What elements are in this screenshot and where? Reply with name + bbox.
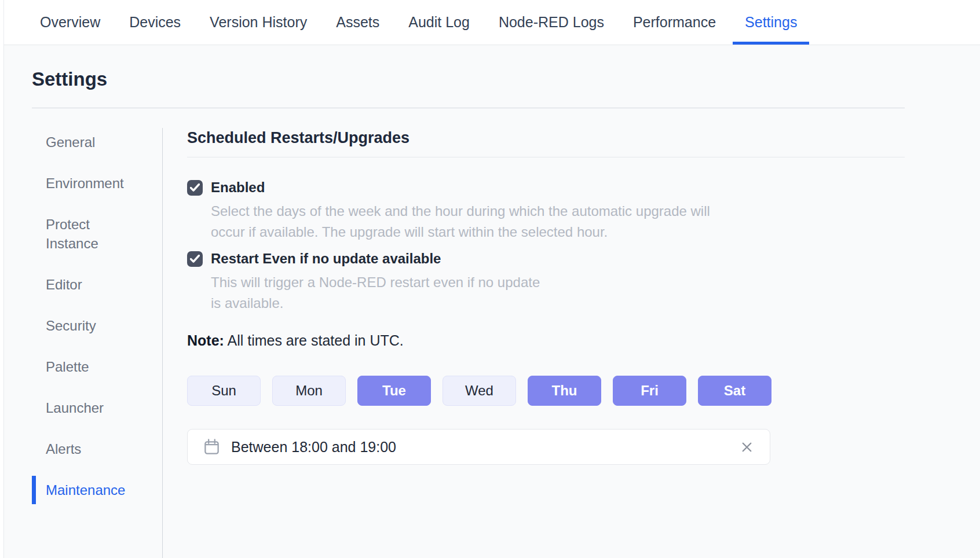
instance-tab-bar: Overview Devices Version History Assets … [0, 0, 980, 45]
restart-checkbox-label[interactable]: Restart Even if no update available [211, 251, 441, 267]
sidebar-item-label: Palette [46, 357, 89, 376]
sidebar-item-label: Environment [46, 174, 124, 193]
restart-description: This will trigger a Node-RED restart eve… [211, 272, 905, 314]
time-window-select[interactable]: Between 18:00 and 19:00 [187, 429, 770, 465]
sidebar-item-label: Protect Instance [46, 215, 133, 253]
section-title: Scheduled Restarts/Upgrades [187, 129, 905, 147]
sidebar-item-security[interactable]: Security [32, 311, 139, 340]
day-selector: Sun Mon Tue Wed Thu Fri Sat [187, 376, 905, 406]
tab-version-history[interactable]: Version History [198, 0, 319, 45]
enabled-description-line: Select the days of the week and the hour… [211, 201, 905, 222]
enabled-description-line: occur if available. The upgrade will sta… [211, 222, 905, 243]
restart-description-line: This will trigger a Node-RED restart eve… [211, 272, 905, 293]
settings-page: Settings General Environment Protect Ins… [0, 68, 980, 558]
utc-note-text: All times are stated in UTC. [227, 332, 403, 348]
day-button-thu[interactable]: Thu [528, 376, 601, 406]
tab-overview[interactable]: Overview [28, 0, 112, 45]
day-button-sun[interactable]: Sun [187, 376, 261, 406]
settings-sidebar-list: General Environment Protect Instance Edi… [32, 128, 162, 504]
sidebar-item-label: General [46, 133, 95, 152]
day-button-wed[interactable]: Wed [443, 376, 516, 406]
tab-performance[interactable]: Performance [621, 0, 728, 45]
utc-note: Note: All times are stated in UTC. [187, 332, 905, 349]
sidebar-item-environment[interactable]: Environment [32, 169, 139, 197]
left-edge-strip [0, 0, 4, 558]
sidebar-item-maintenance[interactable]: Maintenance [32, 476, 139, 504]
sidebar-item-editor[interactable]: Editor [32, 270, 139, 299]
sidebar-item-general[interactable]: General [32, 128, 139, 156]
time-window-value: Between 18:00 and 19:00 [231, 439, 396, 456]
sidebar-item-label: Alerts [46, 439, 81, 458]
page-title-divider [32, 108, 905, 108]
sidebar-item-launcher[interactable]: Launcher [32, 394, 139, 422]
close-icon [739, 439, 755, 455]
sidebar-item-label: Security [46, 316, 96, 335]
checkmark-icon [190, 183, 200, 192]
day-button-mon[interactable]: Mon [272, 376, 346, 406]
enabled-checkbox-label[interactable]: Enabled [211, 179, 265, 196]
sidebar-item-label: Launcher [46, 398, 104, 417]
clear-time-button[interactable] [739, 439, 755, 455]
section-title-divider [187, 157, 905, 157]
tab-node-red-logs[interactable]: Node-RED Logs [487, 0, 616, 45]
sidebar-item-label: Editor [46, 275, 82, 294]
tab-assets[interactable]: Assets [324, 0, 392, 45]
sidebar-item-protect-instance[interactable]: Protect Instance [32, 210, 139, 258]
checkmark-icon [190, 255, 200, 263]
utc-note-label: Note: [187, 332, 224, 348]
day-button-fri[interactable]: Fri [613, 376, 686, 406]
restart-description-line: is available. [211, 293, 905, 314]
sidebar-item-palette[interactable]: Palette [32, 353, 139, 381]
day-button-sat[interactable]: Sat [698, 376, 771, 406]
tab-audit-log[interactable]: Audit Log [396, 0, 482, 45]
settings-sidebar: General Environment Protect Instance Edi… [32, 128, 162, 558]
maintenance-section: Scheduled Restarts/Upgrades Enabled Sele… [163, 128, 905, 558]
page-title: Settings [32, 68, 905, 90]
enabled-description: Select the days of the week and the hour… [211, 201, 905, 243]
sidebar-item-label: Maintenance [46, 480, 125, 500]
enabled-checkbox[interactable] [187, 180, 203, 196]
tab-settings[interactable]: Settings [733, 0, 809, 45]
sidebar-item-alerts[interactable]: Alerts [32, 435, 139, 463]
calendar-icon [203, 438, 221, 456]
tab-devices[interactable]: Devices [117, 0, 193, 45]
day-button-tue[interactable]: Tue [357, 376, 431, 406]
restart-checkbox[interactable] [187, 251, 203, 267]
